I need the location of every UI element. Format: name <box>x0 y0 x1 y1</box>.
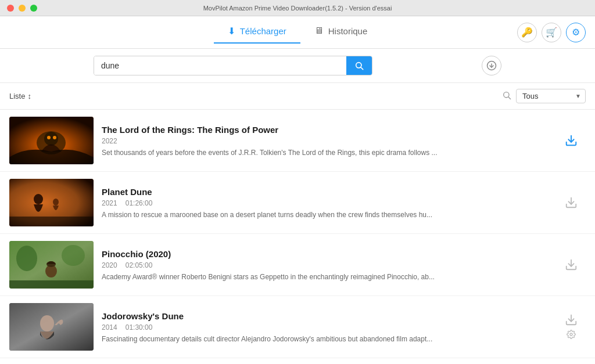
key-button[interactable]: 🔑 <box>517 23 537 42</box>
search-button[interactable] <box>346 56 372 75</box>
list-label-text: Liste <box>9 92 25 100</box>
navbar: ⬇ Télécharger 🖥 Historique 🔑 🛒 ⚙ <box>0 16 595 49</box>
filter-wrap: Tous Films Séries ▼ <box>516 89 586 103</box>
item-meta-pinocchio: 2020 02:05:00 <box>102 261 549 269</box>
search-input-wrap <box>94 56 372 75</box>
item-meta-lotr: 2022 <box>102 137 549 145</box>
item-actions-jodorowsky <box>557 313 586 341</box>
item-settings-button-jodorowsky[interactable] <box>567 330 576 341</box>
filter-select[interactable]: Tous Films Séries <box>516 89 586 103</box>
item-thumbnail-pinocchio <box>9 241 94 289</box>
item-info-planet-dune: Planet Dune 2021 01:26:00 A mission to r… <box>102 187 549 219</box>
svg-line-5 <box>508 97 511 99</box>
item-title-jodorowsky: Jodorowsky's Dune <box>102 311 549 321</box>
navbar-right: 🔑 🛒 ⚙ <box>517 23 586 42</box>
svg-point-18 <box>16 246 37 271</box>
download-icon <box>565 313 578 326</box>
window-title: MovPilot Amazon Prime Video Downloader(1… <box>203 5 392 12</box>
nav-tabs: ⬇ Télécharger 🖥 Historique <box>214 21 382 44</box>
download-icon <box>565 258 578 271</box>
svg-point-25 <box>40 315 54 331</box>
list-item: Pinocchio (2020) 2020 02:05:00 Academy A… <box>0 234 595 296</box>
item-duration-pinocchio: 02:05:00 <box>126 261 153 269</box>
item-meta-jodorowsky: 2014 01:30:00 <box>102 323 549 331</box>
item-meta-planet-dune: 2021 01:26:00 <box>102 199 549 207</box>
list-item: The Lord of the Rings: The Rings of Powe… <box>0 110 595 172</box>
item-year-jodorowsky: 2014 <box>102 323 117 331</box>
content: Liste ↕ Tous Films Séries ▼ <box>0 83 595 364</box>
list-header: Liste ↕ Tous Films Séries ▼ <box>0 83 595 110</box>
item-desc-lotr: Set thousands of years before the events… <box>102 149 439 157</box>
gear-icon <box>567 330 576 339</box>
item-info-pinocchio: Pinocchio (2020) 2020 02:05:00 Academy A… <box>102 249 549 281</box>
item-year-planet-dune: 2021 <box>102 199 117 207</box>
searchbar <box>0 49 595 83</box>
item-title-lotr: The Lord of the Rings: The Rings of Powe… <box>102 125 549 135</box>
sort-icon[interactable]: ↕ <box>27 92 31 100</box>
list-search-icon[interactable] <box>502 91 511 102</box>
download-button-planet-dune[interactable] <box>565 196 578 209</box>
cart-button[interactable]: 🛒 <box>542 23 561 42</box>
svg-point-14 <box>53 199 59 206</box>
item-info-lotr: The Lord of the Rings: The Rings of Powe… <box>102 125 549 157</box>
item-year-lotr: 2022 <box>102 137 117 145</box>
item-desc-planet-dune: A mission to rescue a marooned base on a… <box>102 211 439 219</box>
item-desc-jodorowsky: Fascinating documentary details cult dir… <box>102 335 439 343</box>
item-thumbnail-lotr <box>9 117 94 164</box>
items-list: The Lord of the Rings: The Rings of Powe… <box>0 110 595 364</box>
svg-point-9 <box>47 136 51 139</box>
svg-point-8 <box>44 132 58 146</box>
search-icon <box>354 61 364 70</box>
historique-tab-icon: 🖥 <box>314 26 324 36</box>
svg-point-19 <box>62 245 85 266</box>
close-button[interactable] <box>7 5 14 12</box>
item-duration-planet-dune: 01:26:00 <box>126 199 153 207</box>
item-actions-pinocchio <box>557 258 586 271</box>
item-thumbnail-jodorowsky <box>9 303 94 351</box>
svg-rect-15 <box>9 217 94 226</box>
item-title-pinocchio: Pinocchio (2020) <box>102 249 549 259</box>
list-item: Jodorowsky's Dune 2014 01:30:00 Fascinat… <box>0 296 595 358</box>
tab-telecharger[interactable]: ⬇ Télécharger <box>214 21 300 44</box>
maximize-button[interactable] <box>30 5 37 12</box>
list-controls: Tous Films Séries ▼ <box>502 89 586 103</box>
minimize-button[interactable] <box>19 5 26 12</box>
download-circle-icon <box>486 60 497 71</box>
settings-button[interactable]: ⚙ <box>566 23 586 42</box>
item-thumbnail-planet-dune <box>9 179 94 226</box>
global-download-button[interactable] <box>482 56 501 75</box>
item-desc-pinocchio: Academy Award® winner Roberto Benigni st… <box>102 273 439 281</box>
download-button-jodorowsky[interactable] <box>565 313 578 326</box>
item-duration-jodorowsky: 01:30:00 <box>126 323 153 331</box>
list-label: Liste ↕ <box>9 92 31 100</box>
download-button-pinocchio[interactable] <box>565 258 578 271</box>
download-button-lotr[interactable] <box>565 134 578 147</box>
window-controls <box>7 5 37 12</box>
svg-line-1 <box>361 67 363 70</box>
svg-rect-22 <box>9 280 94 289</box>
download-tab-icon: ⬇ <box>228 26 235 37</box>
svg-point-13 <box>34 194 43 204</box>
item-year-pinocchio: 2020 <box>102 261 117 269</box>
download-icon <box>565 134 578 147</box>
item-actions-planet-dune <box>557 196 586 209</box>
item-info-jodorowsky: Jodorowsky's Dune 2014 01:30:00 Fascinat… <box>102 311 549 343</box>
item-title-planet-dune: Planet Dune <box>102 187 549 197</box>
titlebar: MovPilot Amazon Prime Video Downloader(1… <box>0 0 595 16</box>
item-actions-lotr <box>557 134 586 147</box>
download-icon <box>565 196 578 209</box>
list-item: Planet Dune 2021 01:26:00 A mission to r… <box>0 172 595 234</box>
tab-historique-label: Historique <box>328 26 368 36</box>
search-input[interactable] <box>94 56 346 75</box>
svg-point-10 <box>53 136 56 139</box>
svg-point-27 <box>570 333 572 336</box>
tab-historique[interactable]: 🖥 Historique <box>300 21 382 44</box>
tab-telecharger-label: Télécharger <box>240 26 286 36</box>
